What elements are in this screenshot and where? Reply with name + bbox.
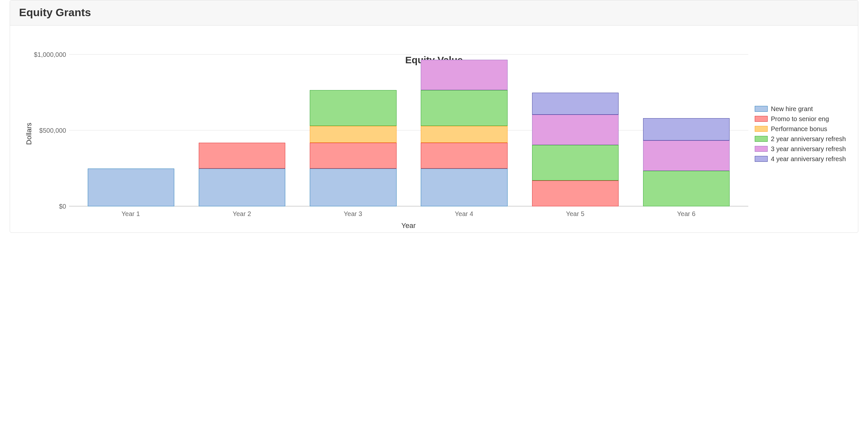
stacked-bar xyxy=(532,93,619,206)
legend-swatch xyxy=(755,156,768,162)
bar-segment[interactable] xyxy=(421,60,507,90)
legend-item[interactable]: 2 year anniversary refresh xyxy=(755,135,851,143)
x-axis-ticks: Year 1Year 2Year 3Year 4Year 5Year 6 xyxy=(69,206,748,218)
bar-segment[interactable] xyxy=(643,171,730,206)
bar-segment[interactable] xyxy=(532,145,619,180)
stacked-bar xyxy=(199,143,285,206)
bar-segment[interactable] xyxy=(421,126,507,143)
bar-segment[interactable] xyxy=(199,143,285,169)
bar-slot xyxy=(520,55,631,206)
bar-slot xyxy=(631,55,742,206)
bar-segment[interactable] xyxy=(310,169,396,207)
plot-area xyxy=(69,55,748,206)
legend: New hire grantPromo to senior engPerform… xyxy=(748,55,851,213)
bar-slot xyxy=(298,55,408,206)
bar-segment[interactable] xyxy=(421,90,507,125)
legend-item[interactable]: New hire grant xyxy=(755,105,851,113)
legend-item[interactable]: 3 year anniversary refresh xyxy=(755,145,851,153)
x-tick-label: Year 6 xyxy=(631,210,742,218)
panel-title: Equity Grants xyxy=(19,6,849,19)
bar-slot xyxy=(409,55,520,206)
stacked-bar xyxy=(310,90,396,206)
bar-segment[interactable] xyxy=(532,180,619,206)
legend-item[interactable]: Performance bonus xyxy=(755,125,851,133)
bar-segment[interactable] xyxy=(532,93,619,115)
bar-slot xyxy=(187,55,298,206)
legend-label: 2 year anniversary refresh xyxy=(771,135,846,143)
bar-segment[interactable] xyxy=(88,169,174,207)
x-tick-label: Year 1 xyxy=(75,210,186,218)
legend-label: Promo to senior eng xyxy=(771,115,829,123)
legend-swatch xyxy=(755,126,768,132)
stacked-bar xyxy=(88,169,174,207)
bar-segment[interactable] xyxy=(532,115,619,145)
legend-label: Performance bonus xyxy=(771,125,827,133)
y-tick-label: $500,000 xyxy=(39,127,66,134)
x-tick-label: Year 2 xyxy=(186,210,297,218)
bar-segment[interactable] xyxy=(199,169,285,207)
x-axis-label: Year xyxy=(69,218,748,232)
bar-segment[interactable] xyxy=(310,90,396,125)
legend-label: New hire grant xyxy=(771,105,813,113)
y-tick-label: $1,000,000 xyxy=(34,51,66,58)
plot-column: Year 1Year 2Year 3Year 4Year 5Year 6 Yea… xyxy=(69,55,748,232)
bars-container xyxy=(69,55,748,206)
bar-segment[interactable] xyxy=(310,143,396,169)
stacked-bar xyxy=(643,118,730,206)
y-axis-label: Dollars xyxy=(23,123,33,145)
y-tick-label: $0 xyxy=(59,203,66,210)
bar-slot xyxy=(75,55,187,206)
legend-label: 4 year anniversary refresh xyxy=(771,155,846,163)
x-tick-label: Year 3 xyxy=(298,210,408,218)
panel-body: Equity Value Dollars $0$500,000$1,000,00… xyxy=(10,26,858,232)
bar-segment[interactable] xyxy=(310,126,396,143)
bar-segment[interactable] xyxy=(421,169,507,207)
legend-swatch xyxy=(755,146,768,152)
legend-item[interactable]: Promo to senior eng xyxy=(755,115,851,123)
legend-swatch xyxy=(755,116,768,122)
y-axis-ticks: $0$500,000$1,000,000 xyxy=(33,55,69,206)
panel-header: Equity Grants xyxy=(10,0,858,26)
legend-label: 3 year anniversary refresh xyxy=(771,145,846,153)
legend-swatch xyxy=(755,106,768,112)
legend-item[interactable]: 4 year anniversary refresh xyxy=(755,155,851,163)
equity-grants-panel: Equity Grants Equity Value Dollars $0$50… xyxy=(10,0,858,233)
x-tick-label: Year 4 xyxy=(408,210,520,218)
stacked-bar xyxy=(421,60,507,206)
bar-segment[interactable] xyxy=(421,143,507,169)
bar-segment[interactable] xyxy=(643,140,730,171)
legend-swatch xyxy=(755,136,768,142)
chart: Dollars $0$500,000$1,000,000 Year 1Year … xyxy=(10,29,858,232)
bar-segment[interactable] xyxy=(643,118,730,140)
x-tick-label: Year 5 xyxy=(520,210,630,218)
